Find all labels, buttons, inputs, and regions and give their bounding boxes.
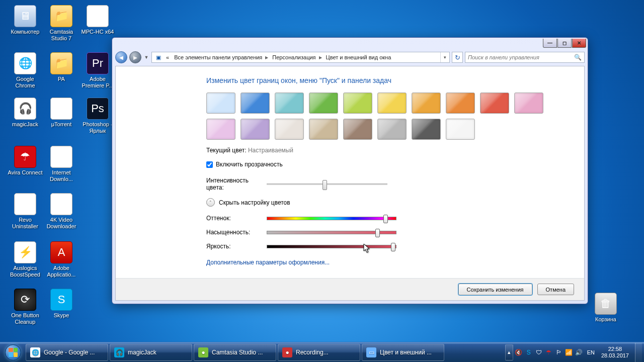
icon-label: Компьютер [7, 29, 43, 35]
color-swatch[interactable] [446, 119, 475, 140]
button-bar: Сохранить изменения Отмена [116, 278, 584, 300]
color-swatch[interactable] [309, 119, 338, 140]
taskbar-item[interactable]: ●Camtasia Studio ... [194, 344, 276, 361]
nav-history-dropdown[interactable]: ▼ [143, 52, 149, 62]
show-desktop-button[interactable] [635, 343, 642, 362]
maximize-button[interactable]: ◻ [557, 39, 572, 48]
intensity-thumb[interactable] [323, 180, 327, 190]
taskbar-item[interactable]: 🎧magicJack [110, 344, 192, 361]
desktop-icon[interactable]: 🖥Компьютер [7, 5, 43, 35]
chevron-up-icon: ˄ [206, 198, 215, 207]
taskbar-item[interactable]: 🌐Google - Google ... [26, 344, 108, 361]
tray-volume-icon[interactable]: 🔊 [575, 348, 584, 357]
desktop-icon[interactable]: 📁PA [43, 52, 79, 82]
color-swatch[interactable] [480, 93, 509, 114]
color-swatch[interactable] [514, 93, 543, 114]
intensity-slider[interactable] [267, 184, 387, 186]
hue-row: Оттенок: [206, 215, 568, 222]
brightness-slider[interactable] [267, 245, 396, 248]
color-swatch[interactable] [343, 93, 372, 114]
color-swatch[interactable] [446, 93, 475, 114]
brightness-thumb[interactable] [391, 243, 395, 251]
color-swatch[interactable] [377, 119, 407, 140]
color-swatch[interactable] [206, 93, 235, 114]
desktop-icon[interactable]: PsPhotoshop - Ярлык [79, 98, 116, 134]
desktop-icon[interactable]: ⟳One Button Cleanup [7, 289, 43, 325]
breadcrumb-seg[interactable]: Персонализация [269, 54, 317, 60]
icon-label: magicJack [7, 121, 43, 128]
taskbar: 🌐Google - Google ...🎧magicJack●Camtasia … [0, 342, 644, 362]
breadcrumb[interactable]: ▣ « Все элементы панели управления ▶ Пер… [151, 52, 450, 63]
search-icon: 🔍 [574, 54, 582, 61]
color-swatch[interactable] [343, 119, 372, 140]
tray-icon[interactable]: 🏳 [554, 348, 564, 357]
app-icon: 🗑 [14, 193, 36, 215]
tray-icon[interactable]: 🔇 [514, 348, 523, 357]
collapse-color-mixer[interactable]: ˄ Скрыть настройку цветов [206, 198, 568, 207]
tray-icon[interactable]: 🛡 [534, 348, 543, 357]
icon-label: Skype [43, 312, 79, 319]
nav-forward-button[interactable]: ► [129, 51, 141, 63]
app-icon: Ps [87, 98, 109, 120]
color-swatch[interactable] [412, 119, 441, 140]
desktop-icon[interactable]: 🎞MPC-HC x64 [79, 5, 116, 35]
saturation-thumb[interactable] [375, 229, 380, 237]
taskbar-item-label: magicJack [128, 349, 156, 356]
refresh-button[interactable]: ↻ [452, 52, 463, 63]
search-box[interactable]: 🔍 [465, 52, 585, 63]
tray-network-icon[interactable]: 📶 [565, 348, 574, 357]
desktop-icon[interactable]: ⬇Internet Downlo... [43, 146, 79, 183]
cancel-button[interactable]: Отмена [537, 284, 574, 295]
tray-icon[interactable]: ☂ [544, 348, 553, 357]
saturation-row: Насыщенность: [206, 229, 568, 236]
breadcrumb-seg[interactable]: Все элементы панели управления [171, 54, 264, 60]
desktop-icon[interactable]: AAdobe Applicatio... [43, 241, 79, 278]
transparency-checkbox[interactable] [206, 161, 213, 168]
color-swatch[interactable] [377, 93, 407, 114]
color-swatch[interactable] [275, 119, 304, 140]
minimize-button[interactable]: — [543, 39, 557, 48]
color-swatch[interactable] [240, 119, 270, 140]
desktop-icon[interactable]: SSkype [43, 289, 79, 319]
breadcrumb-dropdown[interactable]: ▾ [440, 52, 449, 62]
intensity-row: Интенсивность цвета: [206, 177, 568, 191]
color-swatch[interactable] [309, 93, 338, 114]
taskbar-item[interactable]: ▭Цвет и внешний ... [362, 344, 444, 361]
desktop-icon[interactable]: μμTorrent [43, 98, 79, 128]
desktop-icon[interactable]: ☂Avira Connect [7, 146, 43, 176]
language-indicator[interactable]: EN [585, 349, 597, 355]
hue-thumb[interactable] [383, 215, 388, 223]
desktop-icon[interactable]: 🎧magicJack [7, 98, 43, 128]
app-icon: ▭ [366, 347, 376, 357]
tray-icon[interactable]: S [524, 348, 533, 357]
search-input[interactable] [468, 54, 574, 60]
icon-label: Avira Connect [7, 169, 43, 176]
app-icon: 📁 [50, 52, 72, 74]
taskbar-item[interactable]: ●Recording... [278, 344, 360, 361]
desktop-icon[interactable]: 🗑Корзина [588, 293, 624, 323]
color-swatch[interactable] [412, 93, 441, 114]
desktop-icon[interactable]: 📁Camtasia Studio 7 [43, 5, 79, 42]
transparency-row[interactable]: Включить прозрачность [206, 161, 568, 168]
app-icon: 🎞 [87, 5, 109, 27]
desktop-icon[interactable]: ▶4K Video Downloader [43, 193, 79, 230]
desktop-icon[interactable]: 🌐Google Chrome [7, 52, 43, 89]
save-button[interactable]: Сохранить изменения [458, 284, 532, 295]
clock[interactable]: 22:58 28.03.2017 [598, 346, 632, 359]
tray-overflow-button[interactable]: ▲ [505, 344, 513, 360]
color-swatch[interactable] [206, 119, 235, 140]
current-color-row: Текущий цвет: Настраиваемый [206, 147, 568, 154]
advanced-appearance-link[interactable]: Дополнительные параметры оформления... [206, 259, 330, 266]
start-button[interactable] [2, 343, 24, 361]
nav-back-button[interactable]: ◄ [115, 51, 127, 63]
close-button[interactable]: ✕ [572, 39, 586, 48]
breadcrumb-seg[interactable]: Цвет и внешний вид окна [323, 54, 393, 60]
taskbar-item-label: Google - Google ... [44, 349, 95, 356]
desktop-icon[interactable]: ⚡Auslogics BoostSpeed [7, 241, 43, 278]
color-swatch[interactable] [240, 93, 270, 114]
desktop-icon[interactable]: 🗑Revo Uninstaller [7, 193, 43, 230]
saturation-slider[interactable] [267, 231, 396, 234]
desktop-icon[interactable]: PrAdobe Premiere P... [79, 52, 116, 89]
color-swatch[interactable] [275, 93, 304, 114]
hue-slider[interactable] [267, 217, 396, 220]
